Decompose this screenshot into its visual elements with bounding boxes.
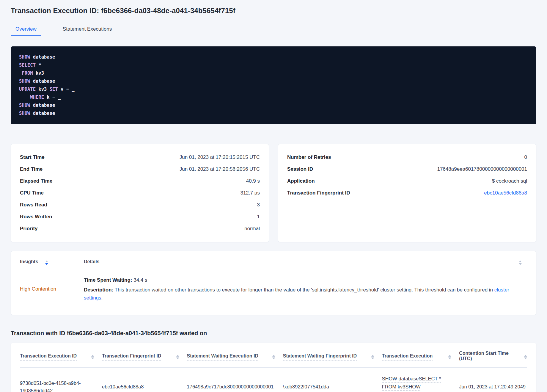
description-line: Description: This transaction waited on … — [84, 286, 527, 302]
sql-statements-box: SHOW database SELECT * FROM kv3 SHOW dat… — [11, 46, 536, 124]
sql-text: * — [36, 62, 41, 68]
description-suffix: . — [101, 295, 103, 301]
sql-keyword: WHERE — [30, 95, 44, 100]
insights-column-header[interactable]: Insights — [20, 259, 84, 266]
summary-row-elapsed-time: Elapsed Time 40.9 s — [20, 175, 260, 187]
column-label[interactable]: Transaction Execution ID — [20, 353, 77, 360]
summary-value: 3 — [257, 202, 260, 208]
insight-row: High Contention Time Spent Waiting: 34.4… — [20, 270, 527, 309]
sql-text — [19, 95, 30, 100]
transaction-details-page: Transaction Execution ID: f6be6366-da03-… — [0, 0, 547, 392]
column-label[interactable]: Statement Waiting Execution ID — [187, 353, 258, 360]
sort-icon[interactable] — [176, 355, 179, 359]
timing-summary-card: Start Time Jun 01, 2023 at 17:20:15:2015… — [11, 144, 269, 242]
sql-line: FROM kv3 — [19, 69, 528, 77]
column-label[interactable]: Statement Waiting Fingerprint ID — [283, 353, 357, 360]
sort-down-arrow-icon — [91, 357, 94, 359]
tab-overview[interactable]: Overview — [11, 23, 41, 36]
summary-value: 312.7 µs — [240, 190, 260, 196]
insights-column-label[interactable]: Insights — [20, 259, 38, 266]
sort-up-arrow-icon — [91, 355, 94, 357]
sort-down-arrow-icon — [524, 357, 527, 359]
sort-icon[interactable] — [524, 355, 527, 359]
summary-label: Transaction Fingerprint ID — [287, 190, 350, 196]
column-label[interactable]: Contention Start Time (UTC) — [459, 351, 522, 363]
sort-up-arrow-icon — [272, 355, 275, 357]
column-label[interactable]: Transaction Fingerprint ID — [102, 353, 161, 360]
description-text: This transaction waited on other transac… — [113, 287, 494, 293]
waited-on-table-row: 9738d051-bc0e-4158-a9b4-1903586ddd42 ebc… — [20, 368, 527, 392]
cell-statement-waiting-fingerprint-id: \xdb8922f077541dda — [283, 383, 374, 391]
insight-type-badge: High Contention — [20, 286, 84, 292]
page-title: Transaction Execution ID: f6be6366-da03-… — [11, 7, 536, 15]
summary-value: 0 — [524, 154, 527, 160]
sort-icon[interactable] — [448, 355, 451, 359]
column-header-transaction-fingerprint-id[interactable]: Transaction Fingerprint ID — [102, 353, 179, 360]
sort-icon[interactable] — [272, 355, 275, 359]
column-header-statement-waiting-execution-id[interactable]: Statement Waiting Execution ID — [187, 353, 275, 360]
summary-row-start-time: Start Time Jun 01, 2023 at 17:20:15:2015… — [20, 151, 260, 163]
description-label: Description: — [84, 287, 113, 293]
cell-transaction-fingerprint-id: ebc10ae56cfd88a8 — [102, 383, 179, 391]
sql-text: kv3 — [36, 87, 50, 92]
summary-label: Number of Retries — [287, 154, 331, 160]
transaction-execution-link[interactable]: SHOW databaseSELECT * FROM kv3SHOW datab… — [382, 376, 441, 392]
tab-bar: Overview Statement Executions — [11, 23, 536, 36]
column-header-contention-start-time[interactable]: Contention Start Time (UTC) — [459, 351, 527, 363]
summary-row-transaction-fingerprint-id: Transaction Fingerprint ID ebc10ae56cfd8… — [287, 187, 527, 199]
sql-text: kv3 — [33, 70, 44, 76]
sql-text: v = _ — [58, 87, 75, 92]
summary-row-retries: Number of Retries 0 — [287, 151, 527, 163]
session-summary-card: Number of Retries 0 Session ID 17648a9ee… — [278, 144, 536, 242]
sql-text — [19, 70, 22, 76]
sql-text: database — [30, 79, 55, 84]
sql-text: database — [30, 103, 55, 108]
column-header-transaction-execution-id[interactable]: Transaction Execution ID — [20, 353, 94, 360]
insights-table-header: Insights Details — [20, 257, 527, 270]
sort-up-arrow-icon — [371, 355, 374, 357]
sql-keyword: UPDATE — [19, 87, 36, 92]
summary-value: 1 — [257, 214, 260, 220]
column-header-statement-waiting-fingerprint-id[interactable]: Statement Waiting Fingerprint ID — [283, 353, 374, 360]
sql-line: WHERE k = _ — [19, 93, 528, 101]
details-column-label[interactable]: Details — [84, 259, 99, 266]
summary-value: 17648a9eea6017800000000000000001 — [437, 166, 527, 172]
details-column-header[interactable]: Details — [84, 259, 519, 266]
waiting-label: Time Spent Waiting: — [84, 277, 132, 283]
summary-label: Rows Written — [20, 214, 52, 220]
sort-icon[interactable] — [45, 261, 48, 265]
sql-text: database — [30, 111, 55, 116]
sort-down-arrow-icon — [176, 357, 179, 359]
sql-line: SHOW database — [19, 77, 528, 85]
summary-value: Jun 01, 2023 at 17:20:15:2015 UTC — [180, 154, 260, 160]
transaction-fingerprint-link[interactable]: ebc10ae56cfd88a8 — [484, 190, 527, 196]
sql-keyword: SELECT — [19, 62, 36, 68]
sort-icon[interactable] — [91, 355, 94, 359]
sort-down-arrow-icon — [272, 357, 275, 359]
sort-up-arrow-icon — [448, 355, 451, 357]
cell-transaction-execution-id: 9738d051-bc0e-4158-a9b4-1903586ddd42 — [20, 380, 94, 392]
cell-contention-start-time: Jun 01, 2023 at 17:20:49:2049 — [459, 383, 527, 391]
sort-up-arrow-icon — [524, 355, 527, 357]
sort-icon[interactable] — [371, 355, 374, 359]
sort-icon[interactable] — [519, 261, 522, 265]
summary-label: Application — [287, 178, 315, 184]
sql-keyword: SHOW — [19, 103, 30, 108]
table-sort-control[interactable] — [519, 261, 527, 265]
column-header-transaction-execution[interactable]: Transaction Execution — [382, 353, 452, 360]
summary-row-application: Application $ cockroach sql — [287, 175, 527, 187]
sql-text: k = _ — [44, 95, 61, 100]
summary-value: Jun 01, 2023 at 17:20:56:2056 UTC — [180, 166, 260, 172]
column-label[interactable]: Transaction Execution — [382, 353, 433, 360]
summary-label: Session ID — [287, 166, 313, 172]
sort-down-arrow-icon — [519, 263, 522, 265]
summary-row-rows-read: Rows Read 3 — [20, 199, 260, 211]
summary-value: $ cockroach sql — [492, 178, 527, 184]
summary-row-rows-written: Rows Written 1 — [20, 211, 260, 223]
sql-line: SHOW database — [19, 101, 528, 109]
sql-line: UPDATE kv3 SET v = _ — [19, 85, 528, 93]
insights-table-card: Insights Details High Contention Time Sp… — [11, 251, 536, 315]
tab-statement-executions[interactable]: Statement Executions — [58, 23, 117, 36]
waited-on-table-card: Transaction Execution ID Transaction Fin… — [11, 343, 536, 392]
sort-down-arrow-icon — [45, 263, 48, 265]
